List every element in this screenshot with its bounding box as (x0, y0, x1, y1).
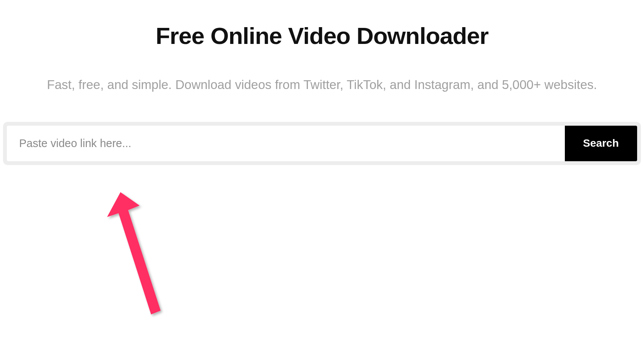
page-title: Free Online Video Downloader (3, 22, 641, 49)
main-container: Free Online Video Downloader Fast, free,… (0, 22, 644, 165)
arrow-annotation-icon (103, 190, 172, 322)
search-bar: Search (3, 122, 641, 165)
search-button[interactable]: Search (565, 126, 637, 161)
video-link-input[interactable] (7, 126, 565, 161)
page-subtitle: Fast, free, and simple. Download videos … (3, 75, 641, 94)
